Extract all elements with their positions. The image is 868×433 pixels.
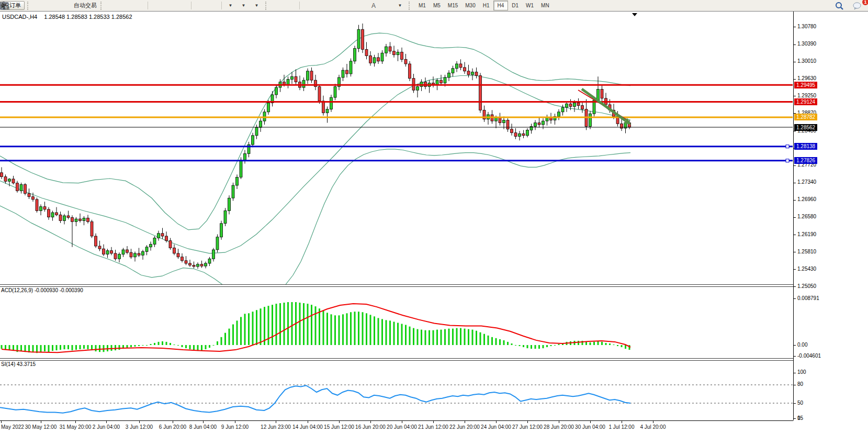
time-tick — [402, 421, 402, 423]
price-level-tag: 1.28138 — [794, 143, 817, 150]
time-axis-label: 14 Jun 04:00 — [292, 424, 323, 430]
time-axis-label: 8 Jun 04:00 — [189, 424, 217, 430]
price-level-tag: 1.29495 — [794, 82, 817, 88]
trend-arrow — [582, 89, 625, 120]
rsi-tick-label: 80 — [797, 381, 803, 387]
axis-tick — [794, 131, 796, 131]
zoom-out-icon[interactable] — [163, 1, 176, 10]
time-axis-label: 24 Jun 04:00 — [481, 424, 511, 430]
axis-tick — [794, 235, 796, 235]
time-tick — [41, 421, 41, 423]
timeframe-M1[interactable]: M1 — [415, 1, 430, 10]
gold-diamond-icon[interactable] — [33, 1, 46, 10]
time-axis-label: 3 Jun 12:00 — [126, 424, 153, 430]
bollinger-upper-band — [0, 33, 630, 230]
axis-tick — [794, 298, 796, 299]
axis-tick — [794, 403, 796, 404]
time-tick — [276, 421, 276, 423]
pane-separator[interactable] — [0, 358, 793, 361]
main-toolbar: 新订单 自动交易 — [0, 0, 868, 12]
price-pane[interactable] — [0, 12, 793, 286]
time-tick — [339, 421, 340, 423]
time-axis-label: 27 Jun 12:00 — [512, 424, 543, 430]
price-level-tag: 1.27826 — [794, 157, 817, 164]
periods-button[interactable]: ▼ — [237, 1, 250, 10]
time-axis-label: 15 Jun 12:00 — [324, 424, 354, 430]
cursor-icon[interactable] — [272, 1, 284, 10]
indicators-button[interactable]: ▼ — [224, 1, 236, 10]
crosshair-icon[interactable] — [285, 1, 297, 10]
time-tick — [590, 421, 591, 423]
axis-tick — [794, 45, 796, 45]
search-icon[interactable] — [835, 1, 847, 10]
axis-tick — [794, 252, 796, 252]
arrows-shapes-icon[interactable]: ▼ — [393, 1, 406, 10]
auto-trading-button[interactable]: 自动交易 — [73, 1, 98, 10]
horizontal-line-icon[interactable] — [315, 1, 328, 10]
rsi-line — [0, 385, 630, 413]
signals-icon[interactable] — [60, 1, 72, 10]
toolbar-separator — [100, 2, 105, 10]
time-axis-label: 1 Jul 12:00 — [609, 424, 635, 430]
chart-shift-icon[interactable] — [207, 1, 219, 10]
templates-button[interactable]: ▼ — [250, 1, 263, 10]
chart-area: USDCAD-,H4 1.28548 1.28583 1.28533 1.285… — [0, 12, 868, 433]
fibonacci-icon[interactable]: F — [354, 1, 367, 10]
shift-marker-icon — [632, 13, 637, 16]
community-icon[interactable] — [47, 1, 59, 10]
price-level-tag: 1.28782 — [794, 114, 817, 120]
timeframe-H4[interactable]: H4 — [493, 1, 509, 10]
timeframe-D1[interactable]: D1 — [508, 1, 522, 10]
bar-chart-icon[interactable] — [107, 1, 119, 10]
horizontal-level-lines[interactable] — [0, 85, 793, 162]
price-tick-label: 1.26190 — [797, 231, 816, 237]
line-chart-icon[interactable] — [133, 1, 145, 10]
rsi-tick-label: 50 — [797, 400, 803, 406]
text-label-icon[interactable]: T — [380, 1, 393, 10]
pane-separator[interactable] — [0, 284, 793, 287]
bollinger-bands — [0, 33, 630, 286]
macd-pane[interactable] — [0, 286, 793, 358]
zoom-in-icon[interactable] — [150, 1, 163, 10]
trendline-icon[interactable] — [328, 1, 341, 10]
bollinger-lower-band — [0, 149, 630, 286]
notifications-icon[interactable]: 1 — [852, 1, 865, 10]
text-icon[interactable]: A — [367, 1, 380, 10]
time-tick — [653, 421, 653, 423]
symbol-period-label: USDCAD-,H4 — [2, 14, 37, 20]
timeframe-M15[interactable]: M15 — [444, 1, 461, 10]
vertical-line-icon[interactable] — [302, 1, 314, 10]
time-axis[interactable]: May 202230 May 12:0031 May 20:002 Jun 04… — [0, 420, 793, 433]
price-tick-label: 1.25810 — [797, 249, 816, 254]
rsi-indicator-label: SI(14) 43.3715 — [1, 361, 36, 367]
macd-indicator-label: ACD(12,26,9) -0.000930 -0.000390 — [1, 287, 83, 293]
toolbar-separator — [265, 2, 269, 10]
timeframe-M30[interactable]: M30 — [461, 1, 479, 10]
timeframe-H1[interactable]: H1 — [479, 1, 493, 10]
timeframe-M5[interactable]: M5 — [430, 1, 444, 10]
candlestick-chart-icon[interactable] — [120, 1, 132, 10]
time-tick — [622, 421, 622, 423]
price-tick-label: 1.25430 — [797, 266, 816, 272]
timeframe-W1[interactable]: W1 — [522, 1, 537, 10]
axis-tick — [794, 385, 796, 385]
equidistant-channel-icon[interactable]: E — [341, 1, 354, 10]
time-axis-label: 30 Jun 04:00 — [575, 424, 605, 430]
auto-scroll-icon[interactable] — [194, 1, 206, 10]
price-tick-label: 1.29630 — [797, 75, 816, 81]
toolbar-divider — [221, 2, 222, 9]
axis-tick — [794, 183, 796, 183]
trading-app-window: 新订单 自动交易 — [0, 0, 868, 433]
timeframe-MN[interactable]: MN — [537, 1, 553, 10]
tile-windows-icon[interactable] — [176, 1, 189, 10]
price-tick-label: 1.27340 — [797, 179, 816, 185]
time-tick — [235, 421, 235, 423]
axis-tick — [794, 62, 796, 62]
price-axis[interactable]: 1.307801.303901.300101.296301.292501.288… — [793, 12, 868, 420]
axis-tick — [794, 286, 796, 287]
chart-title: USDCAD-,H4 1.28548 1.28583 1.28533 1.285… — [2, 14, 132, 20]
price-tick-label: 1.30780 — [797, 24, 816, 29]
chevron-down-icon: ▼ — [229, 3, 233, 8]
rsi-pane[interactable] — [0, 360, 793, 420]
rsi-tick-label: 100 — [797, 369, 806, 375]
